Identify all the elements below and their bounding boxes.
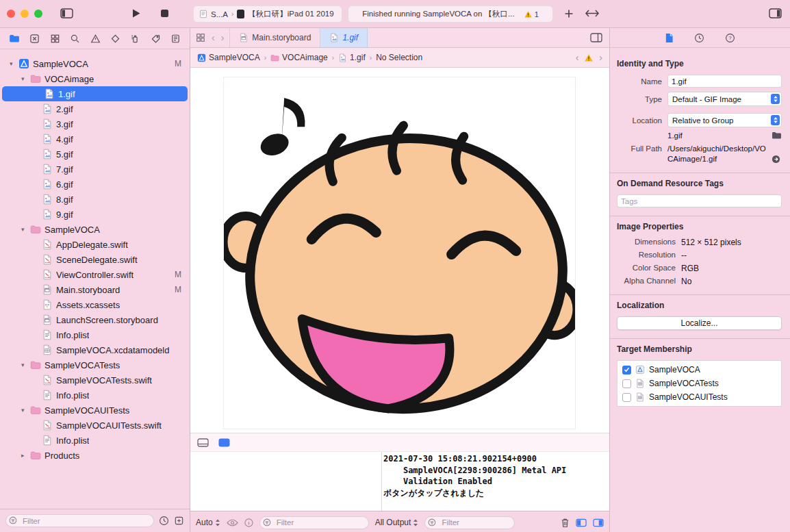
localize-button[interactable]: Localize... bbox=[617, 316, 782, 330]
navigator-filter-field[interactable] bbox=[5, 514, 154, 527]
navigator-row-info-plist[interactable]: Info.plist bbox=[0, 327, 190, 342]
test-navigator-icon[interactable] bbox=[110, 33, 121, 45]
location-dropdown[interactable]: Relative to Group bbox=[667, 113, 782, 127]
history-inspector-icon[interactable] bbox=[694, 33, 704, 43]
fullscreen-window-button[interactable] bbox=[34, 10, 42, 18]
close-window-button[interactable] bbox=[7, 10, 15, 18]
navigator-row-scenedelegate-swift[interactable]: SceneDelegate.swift bbox=[0, 252, 190, 267]
name-field[interactable] bbox=[667, 75, 782, 88]
breadcrumb-samplevoca[interactable]: SampleVOCA bbox=[197, 53, 260, 62]
navigator-row-samplevocatests[interactable]: ▾SampleVOCATests bbox=[0, 357, 190, 372]
navigator-row-5-gif[interactable]: 5.gif bbox=[0, 147, 190, 162]
issue-forward-button[interactable]: › bbox=[599, 52, 602, 63]
navigator-row-4-gif[interactable]: 4.gif bbox=[0, 131, 190, 147]
history-forward-button[interactable]: › bbox=[221, 32, 225, 43]
disclosure-down-icon[interactable]: ▾ bbox=[10, 60, 18, 67]
console-output[interactable]: 2021-07-30 15:08:21.902154+0900 SampleVO… bbox=[383, 453, 608, 511]
toggle-inspector-button[interactable] bbox=[769, 8, 782, 18]
navigator-row-samplevoca-xcdatamodeld[interactable]: SampleVOCA.xcdatamodeld bbox=[0, 342, 190, 357]
property-value: 512 × 512 pixels bbox=[681, 238, 741, 247]
navigator-row-info-plist[interactable]: Info.plist bbox=[0, 433, 190, 448]
navigator-row-9-gif[interactable]: 9.gif bbox=[0, 207, 190, 222]
breakpoint-navigator-icon[interactable] bbox=[150, 33, 162, 45]
help-inspector-icon[interactable]: ? bbox=[725, 33, 735, 43]
console-filter-input[interactable] bbox=[424, 516, 515, 529]
target-checkbox[interactable] bbox=[622, 366, 631, 375]
issue-navigator-icon[interactable] bbox=[90, 33, 101, 45]
disclosure-right-icon[interactable]: ▸ bbox=[21, 452, 30, 459]
run-button[interactable] bbox=[131, 8, 141, 18]
console-output-popup[interactable]: All Output bbox=[375, 518, 419, 527]
minimize-window-button[interactable] bbox=[21, 10, 29, 18]
breadcrumb-no-selection[interactable]: No Selection bbox=[376, 53, 422, 62]
navigator-row-samplevocauitests[interactable]: ▾SampleVOCAUITests bbox=[0, 403, 190, 418]
disclosure-down-icon[interactable]: ▾ bbox=[21, 362, 30, 368]
scheme-selector[interactable]: S...A › 【秋口研】iPad 01 2019 bbox=[193, 5, 342, 23]
tab-overview-icon[interactable] bbox=[196, 33, 205, 42]
variables-filter-field[interactable] bbox=[259, 516, 369, 529]
debug-navigator-icon[interactable] bbox=[129, 33, 141, 45]
find-navigator-icon[interactable] bbox=[69, 33, 81, 45]
navigator-row-appdelegate-swift[interactable]: AppDelegate.swift bbox=[0, 237, 190, 252]
navigator-row-samplevocatests-swift[interactable]: SampleVOCATests.swift bbox=[0, 372, 190, 388]
datamodel-icon bbox=[42, 344, 53, 355]
editor-tab-1-gif[interactable]: 1.gif bbox=[320, 28, 368, 47]
add-editor-library-button[interactable] bbox=[564, 9, 574, 18]
toggle-navigator-button[interactable] bbox=[60, 8, 73, 18]
navigator-row-viewcontroller-swift[interactable]: ViewController.swiftM bbox=[0, 267, 190, 282]
type-dropdown[interactable]: Default - GIF Image bbox=[667, 92, 782, 106]
navigator-row-3-gif[interactable]: 3.gif bbox=[0, 116, 190, 131]
hide-variables-pane-icon[interactable] bbox=[576, 518, 587, 527]
breadcrumb-1-gif[interactable]: 1.gif bbox=[338, 53, 366, 62]
variables-view-toggle-icon[interactable] bbox=[197, 438, 209, 447]
console-toggle-icon[interactable] bbox=[218, 438, 230, 447]
editor-tab-main-storyboard[interactable]: Main.storyboard bbox=[229, 28, 320, 47]
navigator-filter-input[interactable] bbox=[5, 514, 154, 527]
issue-back-button[interactable]: ‹ bbox=[576, 52, 579, 63]
report-navigator-icon[interactable] bbox=[170, 33, 181, 45]
navigator-row-launchscreen-storyboard[interactable]: LaunchScreen.storyboard bbox=[0, 312, 190, 327]
file-inspector-icon[interactable] bbox=[665, 33, 674, 43]
disclosure-down-icon[interactable]: ▾ bbox=[21, 226, 30, 233]
navigator-row-1-gif[interactable]: 1.gif bbox=[2, 86, 188, 101]
target-checkbox[interactable] bbox=[622, 393, 631, 402]
quicklook-eye-icon[interactable] bbox=[227, 519, 238, 527]
navigator-row-main-storyboard[interactable]: Main.storyboardM bbox=[0, 282, 190, 297]
disclosure-down-icon[interactable]: ▾ bbox=[21, 407, 30, 414]
navigator-row-7-gif[interactable]: 7.gif bbox=[0, 162, 190, 177]
project-navigator-icon[interactable] bbox=[8, 32, 21, 45]
variables-filter-input[interactable] bbox=[259, 516, 369, 529]
debug-area-divider[interactable] bbox=[381, 452, 382, 511]
console-filter-field[interactable] bbox=[424, 516, 515, 529]
navigator-row-samplevoca[interactable]: ▾SampleVOCA bbox=[0, 222, 190, 237]
symbol-navigator-icon[interactable] bbox=[49, 33, 61, 45]
navigator-row-vocaimage[interactable]: ▾VOCAimage bbox=[0, 71, 190, 86]
source-control-navigator-icon[interactable] bbox=[29, 33, 40, 45]
navigator-row-samplevocauitests-swift[interactable]: SampleVOCAUITests.swift bbox=[0, 418, 190, 433]
recent-files-filter-icon[interactable] bbox=[159, 516, 169, 526]
target-checkbox[interactable] bbox=[622, 379, 631, 388]
add-editor-button[interactable] bbox=[583, 33, 609, 42]
navigator-row-assets-xcassets[interactable]: Assets.xcassets bbox=[0, 297, 190, 312]
jumpbar-warning-icon[interactable] bbox=[584, 53, 594, 62]
clear-console-trash-icon[interactable] bbox=[561, 518, 570, 528]
hide-console-pane-icon[interactable] bbox=[593, 518, 604, 527]
stop-button[interactable] bbox=[160, 9, 169, 18]
info-icon[interactable] bbox=[244, 518, 253, 527]
navigator-row-2-gif[interactable]: 2.gif bbox=[0, 101, 190, 116]
navigator-row-info-plist[interactable]: Info.plist bbox=[0, 388, 190, 403]
navigator-row-6-gif[interactable]: 6.gif bbox=[0, 177, 190, 192]
tags-field[interactable] bbox=[617, 194, 782, 207]
navigator-row-samplevoca[interactable]: ▾SampleVOCAM bbox=[0, 56, 190, 71]
open-path-arrow-icon[interactable] bbox=[772, 155, 780, 164]
editor-arrows-button[interactable] bbox=[585, 9, 600, 18]
warning-badge[interactable]: 1 bbox=[524, 10, 539, 18]
disclosure-down-icon[interactable]: ▾ bbox=[21, 75, 30, 82]
navigator-row-products[interactable]: ▸Products bbox=[0, 448, 190, 463]
history-back-button[interactable]: ‹ bbox=[212, 32, 215, 43]
navigator-row-8-gif[interactable]: 8.gif bbox=[0, 192, 190, 207]
reveal-folder-icon[interactable] bbox=[772, 131, 782, 140]
variables-scope-popup[interactable]: Auto bbox=[196, 518, 220, 527]
source-control-status-filter-icon[interactable] bbox=[174, 516, 184, 526]
breadcrumb-vocaimage[interactable]: VOCAimage bbox=[270, 53, 328, 62]
